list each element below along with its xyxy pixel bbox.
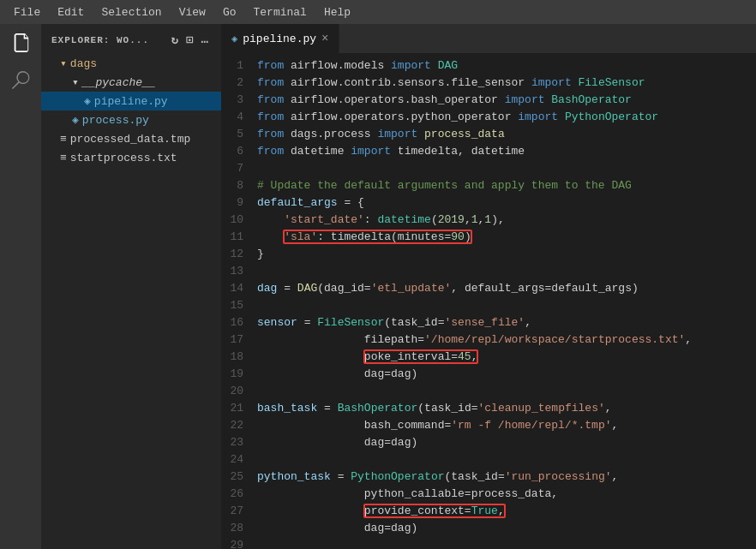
line-content-9: default_args = { bbox=[257, 194, 756, 212]
code-line-13: 13 bbox=[221, 263, 756, 280]
code-line-4: 4from airflow.operators.python_operator … bbox=[221, 109, 756, 126]
line-content-22: bash_command='rm -f /home/repl/*.tmp', bbox=[257, 417, 756, 434]
code-line-12: 12} bbox=[221, 246, 756, 263]
explorer-title: EXPLORER: WO... bbox=[51, 35, 149, 45]
code-line-25: 25python_task = PythonOperator(task_id='… bbox=[221, 468, 756, 486]
editor: ◈ pipeline.py × 1from airflow.models imp… bbox=[221, 24, 756, 549]
line-content-24 bbox=[257, 451, 756, 468]
tree-item-pipeline[interactable]: ◈ pipeline.py bbox=[41, 92, 221, 110]
code-line-7: 7 bbox=[221, 160, 756, 177]
code-area[interactable]: 1from airflow.models import DAG2from air… bbox=[221, 54, 756, 549]
refresh-icon[interactable]: ↻ bbox=[170, 31, 181, 49]
line-content-10: 'start_date': datetime(2019,1,1), bbox=[257, 212, 756, 229]
code-line-2: 2from airflow.contrib.sensors.file_senso… bbox=[221, 75, 756, 92]
menu-go[interactable]: Go bbox=[216, 4, 243, 21]
file-icon-tmp: ≡ bbox=[60, 133, 67, 146]
code-line-8: 8# Update the default arguments and appl… bbox=[221, 177, 756, 194]
line-content-20 bbox=[257, 383, 756, 400]
tree-item-process[interactable]: ◈ process.py bbox=[41, 110, 221, 129]
activitybar-explorer[interactable] bbox=[5, 27, 36, 58]
line-content-16: sensor = FileSensor(task_id='sense_file'… bbox=[257, 314, 756, 331]
menu-help[interactable]: Help bbox=[317, 4, 357, 21]
tree-label-startprocess: startprocess.txt bbox=[70, 152, 177, 164]
code-line-10: 10 'start_date': datetime(2019,1,1), bbox=[221, 212, 756, 229]
line-content-13 bbox=[257, 263, 756, 280]
tree-label-process: process.py bbox=[82, 114, 149, 127]
menu-terminal[interactable]: Terminal bbox=[246, 4, 313, 21]
main-layout: EXPLORER: WO... ↻ ⊡ … ▾ dags ▾ __pycache… bbox=[0, 24, 756, 549]
code-line-26: 26 python_callable=process_data, bbox=[221, 486, 756, 503]
menu-edit[interactable]: Edit bbox=[51, 4, 91, 21]
tree-item-startprocess[interactable]: ≡ startprocess.txt bbox=[41, 148, 221, 167]
line-number-14: 14 bbox=[221, 280, 257, 297]
line-number-6: 6 bbox=[221, 143, 257, 160]
line-number-8: 8 bbox=[221, 177, 257, 194]
folder-icon-pycache: ▾ bbox=[72, 75, 79, 89]
code-line-19: 19 dag=dag) bbox=[221, 366, 756, 383]
tree-item-pycache[interactable]: ▾ __pycache__ bbox=[41, 73, 221, 92]
line-number-25: 25 bbox=[221, 468, 257, 486]
line-number-26: 26 bbox=[221, 486, 257, 503]
explorer-actions: ↻ ⊡ … bbox=[170, 31, 211, 49]
code-line-14: 14dag = DAG(dag_id='etl_update', default… bbox=[221, 280, 756, 297]
line-content-4: from airflow.operators.python_operator i… bbox=[257, 109, 756, 126]
code-line-18: 18 poke_interval=45, bbox=[221, 349, 756, 366]
more-icon[interactable]: … bbox=[200, 31, 211, 49]
line-number-15: 15 bbox=[221, 297, 257, 314]
line-content-27: provide_context=True, bbox=[257, 503, 756, 520]
activitybar-search[interactable] bbox=[5, 65, 36, 96]
line-content-2: from airflow.contrib.sensors.file_sensor… bbox=[257, 75, 756, 92]
line-number-1: 1 bbox=[221, 57, 257, 75]
code-line-22: 22 bash_command='rm -f /home/repl/*.tmp'… bbox=[221, 417, 756, 434]
line-number-2: 2 bbox=[221, 75, 257, 92]
tabbar: ◈ pipeline.py × bbox=[221, 24, 756, 54]
explorer-header: EXPLORER: WO... ↻ ⊡ … bbox=[41, 24, 221, 52]
line-content-17: filepath='/home/repl/workspace/startproc… bbox=[257, 331, 756, 349]
line-number-24: 24 bbox=[221, 451, 257, 468]
code-line-17: 17 filepath='/home/repl/workspace/startp… bbox=[221, 331, 756, 349]
menu-selection[interactable]: Selection bbox=[94, 4, 168, 21]
code-line-24: 24 bbox=[221, 451, 756, 468]
menu-file[interactable]: File bbox=[7, 4, 47, 21]
line-content-28: dag=dag) bbox=[257, 520, 756, 537]
line-number-11: 11 bbox=[221, 229, 257, 246]
tab-pipeline[interactable]: ◈ pipeline.py × bbox=[221, 24, 339, 54]
tree-label-processed: processed_data.tmp bbox=[70, 133, 190, 146]
line-content-29 bbox=[257, 537, 756, 549]
line-number-28: 28 bbox=[221, 520, 257, 537]
line-content-14: dag = DAG(dag_id='etl_update', default_a… bbox=[257, 280, 756, 297]
tree-label-pycache: __pycache__ bbox=[82, 76, 156, 89]
line-content-19: dag=dag) bbox=[257, 366, 756, 383]
line-number-19: 19 bbox=[221, 366, 257, 383]
menu-view[interactable]: View bbox=[172, 4, 213, 21]
line-content-21: bash_task = BashOperator(task_id='cleanu… bbox=[257, 400, 756, 417]
line-content-5: from dags.process import process_data bbox=[257, 126, 756, 143]
line-number-16: 16 bbox=[221, 314, 257, 331]
code-line-3: 3from airflow.operators.bash_operator im… bbox=[221, 92, 756, 109]
line-number-12: 12 bbox=[221, 246, 257, 263]
menubar: File Edit Selection View Go Terminal Hel… bbox=[0, 0, 756, 24]
line-number-22: 22 bbox=[221, 417, 257, 434]
code-line-29: 29 bbox=[221, 537, 756, 549]
code-line-16: 16sensor = FileSensor(task_id='sense_fil… bbox=[221, 314, 756, 331]
tab-filename: pipeline.py bbox=[243, 33, 316, 45]
line-number-3: 3 bbox=[221, 92, 257, 109]
line-content-3: from airflow.operators.bash_operator imp… bbox=[257, 92, 756, 109]
tab-file-icon: ◈ bbox=[231, 33, 237, 45]
line-content-25: python_task = PythonOperator(task_id='ru… bbox=[257, 468, 756, 486]
code-line-6: 6from datetime import timedelta, datetim… bbox=[221, 143, 756, 160]
collapse-icon[interactable]: ⊡ bbox=[184, 31, 195, 49]
line-content-23: dag=dag) bbox=[257, 434, 756, 451]
line-content-12: } bbox=[257, 246, 756, 263]
tab-close-button[interactable]: × bbox=[321, 32, 328, 45]
code-line-11: 11 'sla': timedelta(minutes=90) bbox=[221, 229, 756, 246]
line-number-23: 23 bbox=[221, 434, 257, 451]
py-file-icon: ◈ bbox=[84, 94, 91, 108]
tree-item-dags[interactable]: ▾ dags bbox=[41, 54, 221, 73]
line-content-26: python_callable=process_data, bbox=[257, 486, 756, 503]
line-number-4: 4 bbox=[221, 109, 257, 126]
code-line-23: 23 dag=dag) bbox=[221, 434, 756, 451]
tree-item-processed[interactable]: ≡ processed_data.tmp bbox=[41, 129, 221, 148]
line-number-13: 13 bbox=[221, 263, 257, 280]
line-number-10: 10 bbox=[221, 212, 257, 229]
